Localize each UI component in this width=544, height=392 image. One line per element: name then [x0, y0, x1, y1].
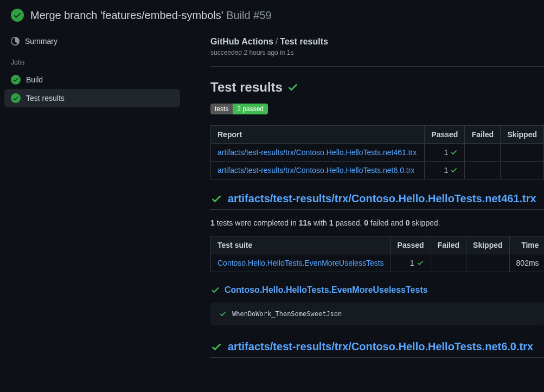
- results-heading: Test results: [210, 80, 544, 95]
- main-content: GitHub Actions/Test results succeeded 2 …: [184, 33, 544, 367]
- sidebar-item-label: Build: [26, 75, 43, 84]
- table-row: Contoso.Hello.HelloTests.EvenMoreUseless…: [211, 254, 545, 272]
- suite-link[interactable]: Contoso.Hello.HelloTests.EvenMoreUseless…: [217, 259, 384, 267]
- col-passed: Passed: [425, 126, 465, 144]
- sidebar-summary[interactable]: Summary: [4, 33, 180, 50]
- check-circle-icon: [11, 75, 21, 85]
- check-icon: [210, 285, 220, 295]
- sidebar-item-label: Test results: [26, 94, 65, 102]
- status-line: succeeded 2 hours ago in 1s: [210, 49, 544, 56]
- check-icon: [210, 193, 222, 205]
- tests-badge: tests 2 passed: [210, 104, 268, 114]
- suite-heading: Contoso.Hello.HelloTests.EvenMoreUseless…: [210, 285, 544, 295]
- sidebar-jobs-label: Jobs: [4, 50, 180, 70]
- check-icon: [287, 81, 299, 93]
- check-icon: [450, 149, 458, 156]
- sidebar-item-build[interactable]: Build: [4, 70, 180, 89]
- check-circle-icon: [11, 93, 21, 103]
- sidebar-summary-label: Summary: [25, 37, 57, 46]
- sidebar-item-test-results[interactable]: Test results: [4, 89, 180, 107]
- col-report: Report: [211, 126, 425, 144]
- col-skipped: Skipped: [501, 126, 544, 144]
- graph-icon: [11, 37, 20, 46]
- build-number: Build #59: [226, 9, 271, 21]
- divider: [210, 66, 544, 67]
- check-circle-icon: [11, 9, 24, 22]
- page-title: Merge branch 'features/embed-symbols' Bu…: [30, 9, 272, 22]
- test-name: WhenDoWork_ThenSomeSweetJson: [232, 310, 342, 318]
- table-row: artifacts/test-results/trx/Contoso.Hello…: [211, 144, 544, 162]
- check-icon: [219, 310, 227, 318]
- section-summary: 1 tests were completed in 11s with 1 pas…: [210, 219, 544, 227]
- page-header: Merge branch 'features/embed-symbols' Bu…: [0, 0, 544, 33]
- section-heading: artifacts/test-results/trx/Contoso.Hello…: [210, 192, 544, 210]
- test-case-row: WhenDoWork_ThenSomeSweetJson: [210, 303, 544, 325]
- report-table: Report Passed Failed Skipped artifacts/t…: [210, 125, 544, 179]
- section-link[interactable]: artifacts/test-results/trx/Contoso.Hello…: [228, 192, 536, 205]
- check-icon: [450, 166, 458, 174]
- report-link[interactable]: artifacts/test-results/trx/Contoso.Hello…: [217, 166, 414, 175]
- table-row: artifacts/test-results/trx/Contoso.Hello…: [211, 162, 544, 179]
- breadcrumb: GitHub Actions/Test results: [210, 37, 544, 47]
- check-icon: [210, 341, 222, 353]
- sidebar: Summary Jobs Build Test results: [0, 33, 184, 367]
- section-heading: artifacts/test-results/trx/Contoso.Hello…: [210, 340, 544, 358]
- check-icon: [417, 259, 424, 267]
- suite-table: Test suite Passed Failed Skipped Time Co…: [210, 236, 544, 272]
- report-link[interactable]: artifacts/test-results/trx/Contoso.Hello…: [217, 148, 417, 157]
- section-link[interactable]: artifacts/test-results/trx/Contoso.Hello…: [228, 340, 533, 353]
- suite-link[interactable]: Contoso.Hello.HelloTests.EvenMoreUseless…: [225, 285, 428, 295]
- col-failed: Failed: [465, 126, 501, 144]
